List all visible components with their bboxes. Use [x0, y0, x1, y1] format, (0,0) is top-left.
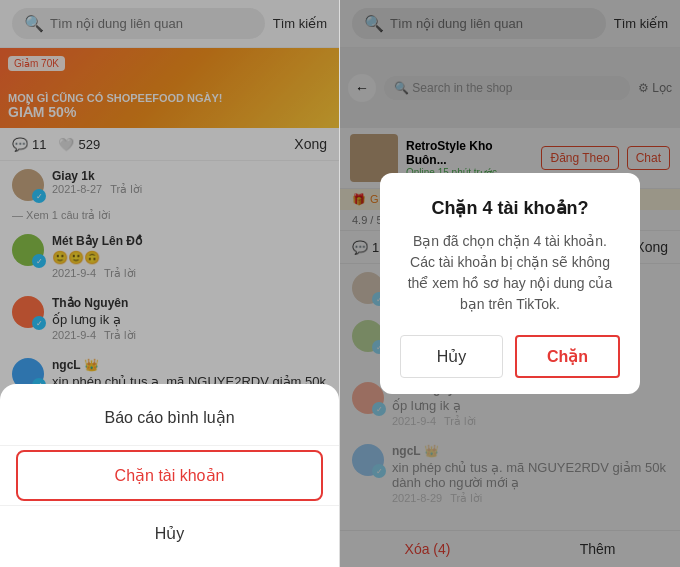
bottom-sheet-overlay[interactable]: Báo cáo bình luận Chặn tài khoản Hủy: [0, 0, 339, 567]
cancel-sheet-item[interactable]: Hủy: [0, 508, 339, 559]
left-panel: 🔍 Tìm kiếm Giảm 70K MON GÌ CŨNG CÓ SHOPE…: [0, 0, 340, 567]
report-comment-item[interactable]: Báo cáo bình luận: [0, 392, 339, 443]
modal-body: Bạn đã chọn chặn 4 tài khoản. Các tài kh…: [400, 231, 620, 315]
right-panel: 🔍 Tìm kiếm ← 🔍 Search in the shop ⚙ Lọc …: [340, 0, 680, 567]
modal-overlay[interactable]: Chặn 4 tài khoản? Bạn đã chọn chặn 4 tài…: [340, 0, 680, 567]
modal-confirm-button[interactable]: Chặn: [515, 335, 620, 378]
block-confirm-dialog: Chặn 4 tài khoản? Bạn đã chọn chặn 4 tài…: [380, 173, 640, 394]
sheet-divider: [0, 445, 339, 446]
modal-actions: Hủy Chặn: [400, 335, 620, 378]
sheet-divider: [0, 505, 339, 506]
bottom-sheet: Báo cáo bình luận Chặn tài khoản Hủy: [0, 384, 339, 567]
block-account-item[interactable]: Chặn tài khoản: [16, 450, 323, 501]
modal-cancel-button[interactable]: Hủy: [400, 335, 503, 378]
modal-title: Chặn 4 tài khoản?: [400, 197, 620, 219]
